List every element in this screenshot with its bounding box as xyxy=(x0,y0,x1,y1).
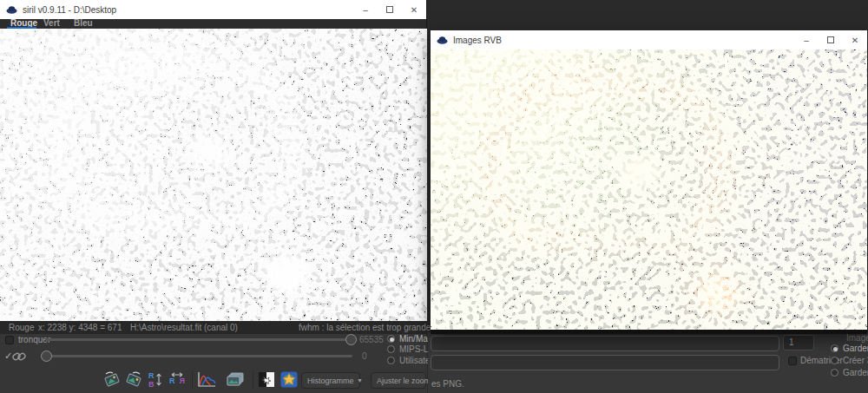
hi-level-value: 65535 xyxy=(359,335,384,344)
svg-text:R: R xyxy=(169,377,175,385)
rotate-right-icon[interactable] xyxy=(125,371,142,388)
svg-text:R: R xyxy=(148,371,155,380)
svg-text:R: R xyxy=(179,377,185,385)
mirror-vertical-icon[interactable]: R B xyxy=(147,371,164,388)
star-detection-icon[interactable] xyxy=(280,371,298,388)
conversion-entry-2[interactable] xyxy=(431,355,779,370)
truncate-checkbox[interactable] xyxy=(5,336,14,344)
close-icon[interactable]: ✕ xyxy=(402,0,426,19)
mirror-horizontal-icon[interactable]: R R xyxy=(168,371,186,388)
hi-level-slider[interactable] xyxy=(45,338,352,341)
status-filename: H:\Astro\resultat.fit (canal 0) xyxy=(130,323,238,332)
chevron-down-icon: ▾ xyxy=(358,377,362,384)
toolbar-separator xyxy=(192,370,193,389)
toolbar-separator xyxy=(253,370,253,389)
panel-header-fragment: Image d xyxy=(846,333,868,343)
siril-app-icon xyxy=(6,5,17,14)
svg-text:B: B xyxy=(148,380,155,388)
rvb-window-titlebar: Images RVB – ✕ xyxy=(431,30,867,49)
rvb-window-bottom-edge xyxy=(431,330,867,334)
index-input[interactable]: 1 xyxy=(783,335,814,350)
status-coordinates: x: 2238 y: 4348 = 671 xyxy=(38,323,122,332)
status-channel: Rouge xyxy=(9,323,34,332)
maximize-icon[interactable] xyxy=(378,0,402,19)
lo-level-handle[interactable] xyxy=(41,350,52,362)
image-statusbar: Rouge x: 2238 y: 4348 = 671 H:\Astro\res… xyxy=(0,321,427,334)
chain-link-icon[interactable] xyxy=(12,350,26,363)
zoom-dropdown[interactable]: Ajuster le zoom ▾ xyxy=(371,372,426,389)
conversion-entry-1[interactable] xyxy=(431,336,779,351)
rgb-image-canvas[interactable] xyxy=(431,49,867,330)
status-fwhm: fwhm : la sélection est trop grande xyxy=(299,323,431,332)
minimize-icon[interactable]: – xyxy=(353,0,378,19)
histogram-icon[interactable] xyxy=(197,371,217,388)
hi-level-handle[interactable] xyxy=(345,334,357,345)
window-title: siril v0.9.11 - D:\Desktop xyxy=(23,5,116,15)
png-note-fragment: es PNG. xyxy=(431,379,464,389)
maximize-icon[interactable] xyxy=(819,30,843,49)
lo-level-slider[interactable] xyxy=(45,355,352,357)
siril-mono-window: siril v0.9.11 - D:\Desktop – ✕ Rouge Ver… xyxy=(0,0,427,393)
image-toolbar: R B R R xyxy=(0,365,427,393)
tab-bleu[interactable]: Bleu xyxy=(74,18,93,28)
link-check-icon[interactable]: ✓ xyxy=(4,350,12,362)
lo-level-value: 0 xyxy=(362,351,367,361)
conversion-panel-background: es PNG. 1 Dématricer Image d Garder les … xyxy=(428,332,868,393)
close-icon[interactable]: ✕ xyxy=(843,30,867,49)
image-stack-icon[interactable] xyxy=(226,371,246,388)
channel-tabbar: Rouge Vert Bleu xyxy=(0,19,426,29)
mono-window-titlebar: siril v0.9.11 - D:\Desktop – ✕ xyxy=(0,0,426,19)
tab-vert[interactable]: Vert xyxy=(43,18,60,28)
display-mode-dropdown[interactable]: Histogramme ▾ xyxy=(301,372,360,389)
rotate-left-icon[interactable] xyxy=(103,371,121,388)
window-title: Images RVB xyxy=(453,36,502,45)
debayer-checkbox[interactable] xyxy=(788,357,797,365)
siril-app-icon xyxy=(437,36,448,44)
mono-image-canvas[interactable] xyxy=(0,29,427,321)
negative-view-icon[interactable] xyxy=(258,371,275,388)
minimize-icon[interactable]: – xyxy=(794,30,819,49)
images-rvb-window: Images RVB – ✕ xyxy=(431,30,867,334)
